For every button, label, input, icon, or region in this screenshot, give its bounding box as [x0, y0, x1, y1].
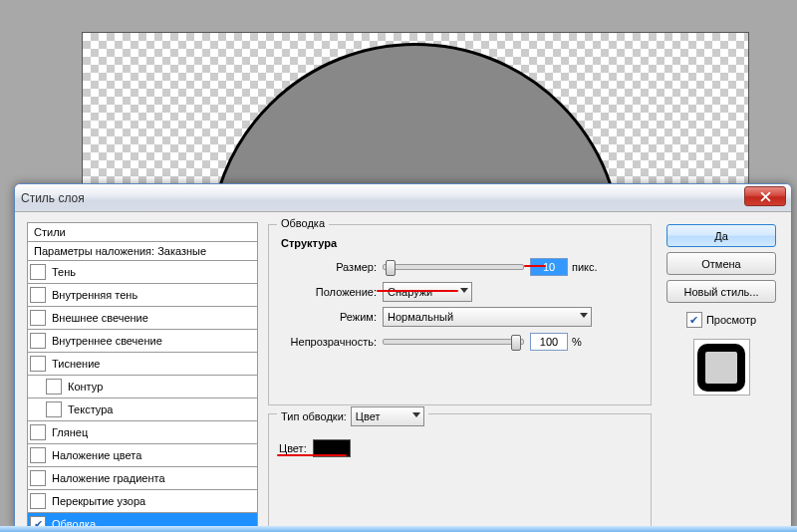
stroke-group-title: Обводка [277, 217, 329, 229]
style-row-label: Контур [68, 381, 103, 393]
styles-header[interactable]: Стили [28, 223, 257, 242]
style-checkbox[interactable] [30, 287, 46, 303]
dialog-title: Стиль слоя [21, 191, 85, 205]
opacity-label: Непрозрачность: [277, 336, 383, 348]
stroke-type-label: Тип обводки: [281, 410, 347, 422]
preview-thumbnail [693, 339, 750, 396]
preview-label: Просмотр [706, 314, 756, 326]
stroke-type-combo[interactable]: Цвет [351, 406, 424, 426]
style-checkbox[interactable] [46, 379, 62, 395]
style-row-label: Тень [52, 266, 76, 278]
style-row-label: Глянец [52, 426, 88, 438]
stroke-type-group: Тип обводки: Цвет Цвет: [268, 413, 652, 532]
size-label: Размер: [277, 261, 383, 273]
style-row-label: Наложение цвета [52, 449, 141, 461]
style-checkbox[interactable] [30, 424, 46, 440]
style-row-label: Тиснение [52, 358, 100, 370]
canvas-area [82, 32, 749, 203]
size-unit: пикс. [572, 261, 598, 273]
style-row-label: Внутренняя тень [52, 289, 137, 301]
style-row[interactable]: Внутренняя тень [28, 284, 257, 307]
close-icon [760, 191, 771, 202]
layer-style-dialog: Стиль слоя Стили Параметры наложения: За… [14, 183, 792, 529]
style-row-label: Наложение градиента [52, 472, 165, 484]
style-row[interactable]: Наложение градиента [28, 467, 257, 490]
mode-combo[interactable]: Нормальный [383, 307, 592, 327]
chevron-down-icon [412, 412, 420, 417]
blend-options-row[interactable]: Параметры наложения: Заказные [28, 242, 257, 261]
stroke-group: Обводка Структура Размер: 10 пикс. Полож… [268, 224, 652, 405]
cancel-button[interactable]: Отмена [666, 252, 776, 275]
style-row[interactable]: Текстура [28, 399, 257, 421]
stroke-options-panel: Обводка Структура Размер: 10 пикс. Полож… [266, 222, 654, 532]
style-checkbox[interactable] [46, 401, 62, 417]
mode-label: Режим: [277, 311, 383, 323]
chevron-down-icon [460, 288, 468, 293]
style-row-label: Внешнее свечение [52, 312, 148, 324]
style-checkbox[interactable] [30, 356, 46, 372]
new-style-button[interactable]: Новый стиль... [666, 280, 776, 303]
dialog-right-panel: Да Отмена Новый стиль... ✔ Просмотр [662, 222, 781, 532]
ok-button[interactable]: Да [666, 224, 776, 247]
close-button[interactable] [744, 186, 786, 206]
style-checkbox[interactable] [30, 264, 46, 280]
style-row[interactable]: Перекрытие узора [28, 490, 257, 513]
taskbar-edge [0, 526, 797, 532]
style-checkbox[interactable] [30, 333, 46, 349]
style-row[interactable]: Внешнее свечение [28, 307, 257, 330]
opacity-input[interactable]: 100 [530, 333, 568, 351]
style-checkbox[interactable] [30, 470, 46, 486]
preview-checkbox-row[interactable]: ✔ Просмотр [686, 312, 756, 328]
style-row-label: Текстура [68, 403, 113, 415]
style-row[interactable]: Глянец [28, 421, 257, 444]
size-slider[interactable] [383, 264, 524, 270]
style-row[interactable]: Контур [28, 376, 257, 399]
style-row[interactable]: Тень [28, 261, 257, 284]
style-row-label: Перекрытие узора [52, 495, 145, 507]
style-row[interactable]: Тиснение [28, 353, 257, 376]
preview-inner [697, 344, 745, 392]
style-row[interactable]: Наложение цвета [28, 444, 257, 467]
style-checkbox[interactable] [30, 447, 46, 463]
position-label: Положение: [277, 286, 383, 298]
style-row[interactable]: Внутреннее свечение [28, 330, 257, 353]
opacity-slider[interactable] [383, 339, 524, 345]
styles-list: Стили Параметры наложения: Заказные Тень… [27, 222, 258, 532]
dialog-titlebar[interactable]: Стиль слоя [15, 184, 791, 212]
style-checkbox[interactable] [30, 310, 46, 326]
style-checkbox[interactable] [30, 493, 46, 509]
opacity-unit: % [572, 336, 582, 348]
chevron-down-icon [580, 313, 588, 318]
color-label: Цвет: [279, 442, 307, 454]
preview-checkbox[interactable]: ✔ [686, 312, 702, 328]
style-row-label: Внутреннее свечение [52, 335, 162, 347]
structure-label: Структура [281, 237, 643, 249]
